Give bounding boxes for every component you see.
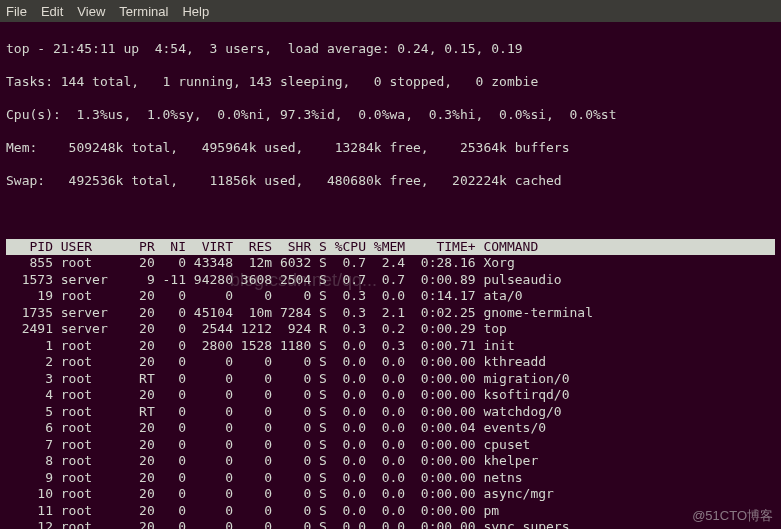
process-row: 19 root 20 0 0 0 0 S 0.3 0.0 0:14.17 ata… (6, 288, 775, 305)
process-row: 1 root 20 0 2800 1528 1180 S 0.0 0.3 0:0… (6, 338, 775, 355)
process-table-body: 855 root 20 0 43348 12m 6032 S 0.7 2.4 0… (6, 255, 775, 529)
process-table-header: PID USER PR NI VIRT RES SHR S %CPU %MEM … (6, 239, 775, 256)
menu-help[interactable]: Help (182, 4, 209, 19)
process-row: 855 root 20 0 43348 12m 6032 S 0.7 2.4 0… (6, 255, 775, 272)
top-summary-mem: Mem: 509248k total, 495964k used, 13284k… (6, 140, 775, 157)
process-row: 1735 server 20 0 45104 10m 7284 S 0.3 2.… (6, 305, 775, 322)
menubar: File Edit View Terminal Help (0, 0, 781, 22)
process-row: 2 root 20 0 0 0 0 S 0.0 0.0 0:00.00 kthr… (6, 354, 775, 371)
process-row: 5 root RT 0 0 0 0 S 0.0 0.0 0:00.00 watc… (6, 404, 775, 421)
menu-edit[interactable]: Edit (41, 4, 63, 19)
process-row: 6 root 20 0 0 0 0 S 0.0 0.0 0:00.04 even… (6, 420, 775, 437)
process-row: 3 root RT 0 0 0 0 S 0.0 0.0 0:00.00 migr… (6, 371, 775, 388)
process-row: 10 root 20 0 0 0 0 S 0.0 0.0 0:00.00 asy… (6, 486, 775, 503)
process-row: 9 root 20 0 0 0 0 S 0.0 0.0 0:00.00 netn… (6, 470, 775, 487)
top-summary-uptime: top - 21:45:11 up 4:54, 3 users, load av… (6, 41, 775, 58)
menu-terminal[interactable]: Terminal (119, 4, 168, 19)
process-row: 12 root 20 0 0 0 0 S 0.0 0.0 0:00.00 syn… (6, 519, 775, 529)
process-row: 8 root 20 0 0 0 0 S 0.0 0.0 0:00.00 khel… (6, 453, 775, 470)
process-row: 4 root 20 0 0 0 0 S 0.0 0.0 0:00.00 ksof… (6, 387, 775, 404)
menu-file[interactable]: File (6, 4, 27, 19)
process-row: 1573 server 9 -11 94280 3608 2504 S 0.7 … (6, 272, 775, 289)
process-row: 7 root 20 0 0 0 0 S 0.0 0.0 0:00.00 cpus… (6, 437, 775, 454)
terminal-output[interactable]: top - 21:45:11 up 4:54, 3 users, load av… (0, 22, 781, 529)
top-summary-swap: Swap: 492536k total, 11856k used, 480680… (6, 173, 775, 190)
process-row: 11 root 20 0 0 0 0 S 0.0 0.0 0:00.00 pm (6, 503, 775, 520)
top-summary-cpu: Cpu(s): 1.3%us, 1.0%sy, 0.0%ni, 97.3%id,… (6, 107, 775, 124)
menu-view[interactable]: View (77, 4, 105, 19)
process-row: 2491 server 20 0 2544 1212 924 R 0.3 0.2… (6, 321, 775, 338)
top-summary-tasks: Tasks: 144 total, 1 running, 143 sleepin… (6, 74, 775, 91)
